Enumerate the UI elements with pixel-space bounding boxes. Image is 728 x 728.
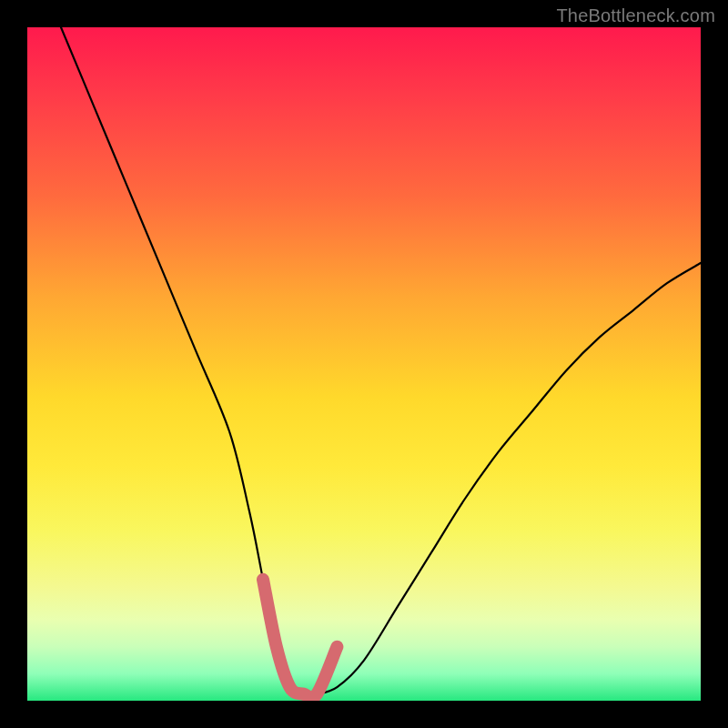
watermark-text: TheBottleneck.com xyxy=(556,5,715,26)
chart-frame: TheBottleneck.com xyxy=(0,0,728,728)
bottleneck-curve-path xyxy=(61,27,701,695)
highlight-flat-bottom xyxy=(263,580,337,698)
plot-area xyxy=(27,27,701,701)
curve-svg xyxy=(27,27,701,701)
